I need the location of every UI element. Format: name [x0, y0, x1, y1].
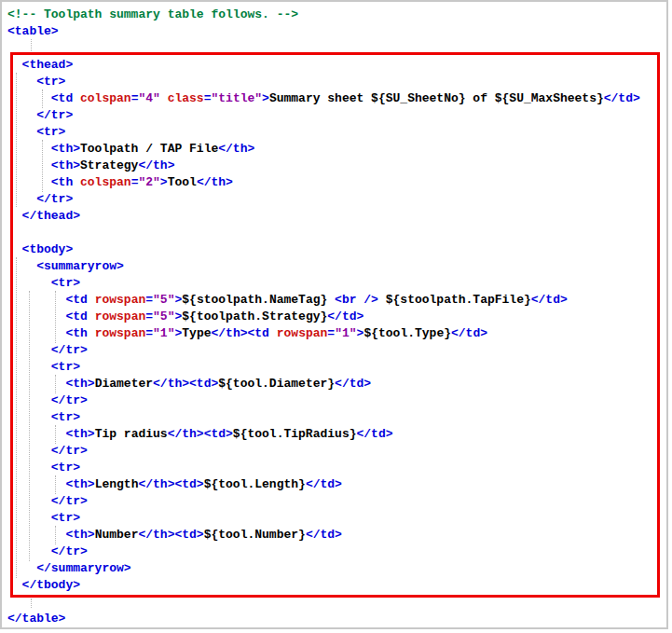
code-token-tg: <tr>: [7, 276, 80, 290]
code-token-tg: </td>: [335, 377, 371, 391]
code-line: <td rowspan="5">${stoolpath.NameTag} <br…: [7, 292, 640, 309]
code-token-tg: <td: [7, 91, 73, 105]
code-token-tg: </td>: [356, 427, 392, 441]
code-token-tg: </td>: [306, 477, 342, 491]
code-token-vl: "2": [138, 175, 159, 189]
code-token-vl: "title": [211, 91, 262, 105]
code-token-cm: <!-- Toolpath summary table follows. -->: [7, 7, 298, 21]
code-token-tx: Strategy: [80, 158, 138, 172]
code-token-tg: </th>: [197, 175, 233, 189]
code-line: <th rowspan="1">Type</th><td rowspan="1"…: [7, 325, 640, 342]
code-token-at: colspan: [73, 91, 130, 105]
code-token-tg: <tbody>: [7, 242, 73, 256]
code-token-tx: ${tool.Type}: [363, 326, 451, 340]
code-token-tg: </td>: [451, 326, 487, 340]
code-token-tg: <td: [7, 293, 88, 307]
code-token-tg: <tr>: [7, 461, 80, 475]
code-token-tg: </tr>: [7, 544, 88, 558]
code-token-vl: "5": [153, 293, 174, 307]
code-token-at: colspan: [73, 175, 130, 189]
code-token-tx: ${tool.Diameter}: [218, 377, 335, 391]
code-token-tg: </th><td>: [138, 477, 203, 491]
code-token-tx: Toolpath / TAP File: [80, 142, 218, 156]
code-token-tx: Length: [95, 477, 139, 491]
code-line: </tr>: [7, 392, 640, 409]
code-token-tx: Number: [95, 528, 139, 542]
code-token-tg: <th>: [7, 158, 80, 172]
code-line: </tr>: [7, 191, 640, 208]
code-token-tx: ${tool.Number}: [204, 528, 306, 542]
code-token-tx: Tool: [168, 175, 197, 189]
code-token-tx: Summary sheet ${SU_SheetNo} of ${SU_MaxS…: [269, 91, 604, 105]
code-token-tg: <th>: [7, 528, 95, 542]
code-line: </summaryrow>: [7, 560, 640, 577]
code-line: <tbody>: [7, 241, 640, 258]
code-token-vl: "1": [335, 326, 356, 340]
code-token-tg: </th>: [138, 158, 174, 172]
code-token-tg: <td: [7, 310, 88, 323]
code-token-tg: </tr>: [7, 343, 88, 357]
code-token-tg: </td>: [306, 528, 342, 542]
code-line: <table>: [7, 23, 640, 40]
code-line: <!-- Toolpath summary table follows. -->: [7, 7, 640, 23]
code-line: <th>Tip radius</th><td>${tool.TipRadius}…: [7, 426, 640, 443]
code-token-tg: <summaryrow>: [7, 259, 124, 273]
code-token-tg: <tr>: [7, 511, 80, 525]
code-token-tg: </table>: [7, 612, 65, 626]
code-line: </table>: [7, 611, 640, 627]
code-line: </tr>: [7, 443, 640, 460]
code-token-tg: </td>: [604, 91, 640, 105]
code-token-tg: <thead>: [7, 58, 73, 72]
code-token-tg: =: [145, 293, 153, 307]
code-line: <tr>: [7, 460, 640, 476]
code-token-tg: </th>: [218, 142, 254, 156]
code-line: <th>Length</th><td>${tool.Length}</td>: [7, 476, 640, 493]
code-token-tg: </td>: [531, 293, 568, 307]
code-token-tg: >: [262, 91, 269, 105]
code-token-at: rowspan: [269, 326, 327, 340]
code-token-tg: </th><td: [212, 326, 269, 340]
code-line: <th>Number</th><td>${tool.Number}</td>: [7, 527, 640, 544]
code-line: </tr>: [7, 342, 640, 359]
code-token-tg: =: [327, 326, 335, 340]
code-line: </tr>: [7, 544, 640, 560]
code-line: <tr>: [7, 275, 640, 292]
code-token-tg: </th><td>: [153, 377, 218, 391]
code-token-tg: <th: [7, 175, 73, 189]
code-token-tg: <tr>: [7, 360, 80, 374]
code-line: </thead>: [7, 208, 640, 225]
code-line: <tr>: [7, 510, 640, 527]
code-token-at: rowspan: [88, 310, 145, 323]
code-token-tx: Diameter: [95, 377, 153, 391]
code-token-tg: >: [160, 175, 168, 189]
code-token-tg: =: [145, 310, 153, 323]
code-token-at: rowspan: [88, 326, 145, 340]
code-token-at: class: [160, 91, 204, 105]
code-token-tg: </tr>: [7, 494, 88, 508]
code-token-tx: Tip radius: [95, 427, 168, 441]
code-token-tg: </tr>: [7, 393, 88, 407]
code-token-tg: =: [145, 326, 153, 340]
code-token-tg: <th>: [7, 477, 95, 491]
code-token-tg: <tr>: [7, 410, 80, 424]
code-token-tx: Type: [182, 326, 211, 340]
code-token-tg: <th>: [7, 427, 95, 441]
code-line: [7, 40, 640, 57]
code-token-tg: </th><td>: [138, 528, 203, 542]
code-token-tg: </tr>: [7, 192, 73, 206]
code-token-at: rowspan: [88, 293, 145, 307]
code-token-tg: <tr>: [7, 125, 65, 139]
code-token-vl: "1": [153, 326, 174, 340]
code-token-tx: ${stoolpath.TapFile}: [378, 293, 531, 307]
code-token-tg: </tbody>: [7, 578, 80, 592]
code-token-tg: </td>: [327, 310, 363, 323]
code-token-tg: </tr>: [7, 444, 88, 458]
code-token-tx: ${tool.Length}: [204, 477, 306, 491]
code-token-tx: ${toolpath.Strategy}: [182, 310, 327, 323]
code-line: </tr>: [7, 493, 640, 510]
code-token-vl: "4": [138, 91, 159, 105]
code-line: <th colspan="2">Tool</th>: [7, 174, 640, 191]
code-token-tx: ${stoolpath.NameTag}: [182, 293, 335, 307]
code-line: [7, 594, 640, 611]
code-token-tg: <br />: [335, 293, 378, 307]
